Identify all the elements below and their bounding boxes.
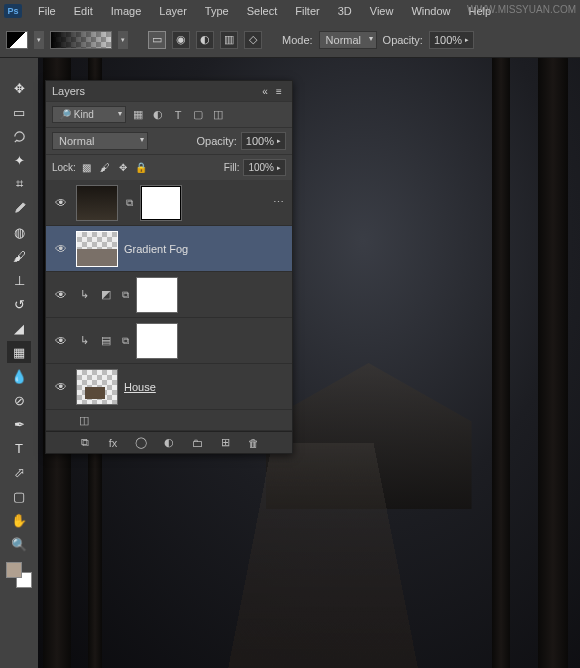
gradient-dropdown-icon[interactable]: ▾ bbox=[118, 31, 128, 49]
brush-tool[interactable]: 🖌 bbox=[7, 245, 31, 267]
reflected-gradient-icon[interactable]: ▥ bbox=[220, 31, 238, 49]
path-select-tool[interactable]: ⬀ bbox=[7, 461, 31, 483]
new-adjustment-icon[interactable]: ◐ bbox=[161, 436, 177, 449]
layer-thumbnail[interactable] bbox=[76, 185, 118, 221]
hand-tool[interactable]: ✋ bbox=[7, 509, 31, 531]
filter-shape-icon[interactable]: ▢ bbox=[190, 107, 206, 123]
lock-pixels-icon[interactable]: 🖌 bbox=[98, 161, 112, 175]
layer-name[interactable]: House bbox=[124, 381, 286, 393]
pen-tool[interactable]: ✒ bbox=[7, 413, 31, 435]
add-mask-icon[interactable]: ◯ bbox=[133, 436, 149, 449]
zoom-tool[interactable]: 🔍 bbox=[7, 533, 31, 555]
linear-gradient-icon[interactable]: ▭ bbox=[148, 31, 166, 49]
menu-filter[interactable]: Filter bbox=[287, 2, 327, 20]
layer-mask-thumbnail[interactable] bbox=[140, 185, 182, 221]
menu-3d[interactable]: 3D bbox=[330, 2, 360, 20]
mask-link-icon[interactable]: ⧉ bbox=[124, 197, 134, 209]
filter-kind-select[interactable]: 🔎 Kind bbox=[52, 106, 126, 123]
adjustment-icon[interactable]: ◩ bbox=[98, 287, 114, 303]
menu-type[interactable]: Type bbox=[197, 2, 237, 20]
layers-panel-title: Layers bbox=[52, 85, 85, 97]
layer-row[interactable]: 👁 ↳ ▤ ⧉ bbox=[46, 318, 292, 364]
move-tool[interactable]: ✥ bbox=[7, 77, 31, 99]
lock-position-icon[interactable]: ✥ bbox=[116, 161, 130, 175]
menu-image[interactable]: Image bbox=[103, 2, 150, 20]
mask-link-icon[interactable]: ⧉ bbox=[120, 335, 130, 347]
eyedropper-tool[interactable] bbox=[7, 197, 31, 219]
magic-wand-tool[interactable]: ✦ bbox=[7, 149, 31, 171]
diamond-gradient-icon[interactable]: ◇ bbox=[244, 31, 262, 49]
opacity-label: Opacity: bbox=[383, 34, 423, 46]
shape-tool[interactable]: ▢ bbox=[7, 485, 31, 507]
menu-view[interactable]: View bbox=[362, 2, 402, 20]
menu-window[interactable]: Window bbox=[403, 2, 458, 20]
eraser-tool[interactable]: ◢ bbox=[7, 317, 31, 339]
layer-row[interactable]: 👁 Gradient Fog bbox=[46, 226, 292, 272]
layer-row[interactable]: 👁 House bbox=[46, 364, 292, 410]
blend-row: Normal Opacity: 100% bbox=[46, 127, 292, 154]
layer-mask-thumbnail[interactable] bbox=[136, 323, 178, 359]
swatch-dropdown-icon[interactable]: ▾ bbox=[34, 31, 44, 49]
fill-label: Fill: bbox=[224, 162, 240, 173]
options-bar: ▾ ▾ ▭ ◉ ◐ ▥ ◇ Mode: Normal Opacity: 100% bbox=[0, 22, 580, 58]
menu-file[interactable]: File bbox=[30, 2, 64, 20]
gradient-preview[interactable] bbox=[50, 31, 112, 49]
marquee-tool[interactable]: ▭ bbox=[7, 101, 31, 123]
gradient-swatch[interactable] bbox=[6, 31, 28, 49]
delete-layer-icon[interactable]: 🗑 bbox=[245, 437, 261, 449]
gradient-tool[interactable]: ▦ bbox=[7, 341, 31, 363]
app-logo: Ps bbox=[4, 4, 22, 18]
layer-filter-row: 🔎 Kind ▦ ◐ T ▢ ◫ bbox=[46, 101, 292, 127]
fill-input[interactable]: 100% bbox=[243, 159, 286, 176]
blur-tool[interactable]: 💧 bbox=[7, 365, 31, 387]
filter-smart-icon[interactable]: ◫ bbox=[210, 107, 226, 123]
new-layer-icon[interactable]: ⊞ bbox=[217, 436, 233, 449]
layer-row[interactable]: 👁 ⧉ ⋯ bbox=[46, 180, 292, 226]
layer-thumbnail[interactable] bbox=[76, 369, 118, 405]
panel-menu-icon[interactable]: ≡ bbox=[272, 86, 286, 97]
dodge-tool[interactable]: ⊘ bbox=[7, 389, 31, 411]
layer-name[interactable]: Gradient Fog bbox=[124, 243, 286, 255]
type-tool[interactable]: T bbox=[7, 437, 31, 459]
lock-transparency-icon[interactable]: ▩ bbox=[80, 161, 94, 175]
menu-select[interactable]: Select bbox=[239, 2, 286, 20]
blend-mode-select[interactable]: Normal bbox=[52, 132, 148, 150]
layer-effects-icon[interactable]: ⋯ bbox=[270, 195, 286, 211]
new-group-icon[interactable]: 🗀 bbox=[189, 437, 205, 449]
foreground-background-colors[interactable] bbox=[6, 562, 32, 588]
angle-gradient-icon[interactable]: ◐ bbox=[196, 31, 214, 49]
lock-row: Lock: ▩ 🖌 ✥ 🔒 Fill: 100% bbox=[46, 154, 292, 180]
panel-opacity-input[interactable]: 100% bbox=[241, 132, 286, 150]
layers-panel: Layers « ≡ 🔎 Kind ▦ ◐ T ▢ ◫ Normal Opaci… bbox=[45, 80, 293, 454]
menu-edit[interactable]: Edit bbox=[66, 2, 101, 20]
adjustment-icon[interactable]: ▤ bbox=[98, 333, 114, 349]
lock-all-icon[interactable]: 🔒 bbox=[134, 161, 148, 175]
opacity-input[interactable]: 100% bbox=[429, 31, 474, 49]
filter-adjustment-icon[interactable]: ◐ bbox=[150, 107, 166, 123]
layers-panel-header[interactable]: Layers « ≡ bbox=[46, 81, 292, 101]
layer-thumbnail[interactable] bbox=[76, 231, 118, 267]
visibility-toggle[interactable]: 👁 bbox=[52, 242, 70, 256]
panel-collapse-icon[interactable]: « bbox=[258, 86, 272, 97]
visibility-toggle[interactable]: 👁 bbox=[52, 288, 70, 302]
visibility-toggle[interactable]: 👁 bbox=[52, 380, 70, 394]
visibility-toggle[interactable]: 👁 bbox=[52, 334, 70, 348]
lasso-tool[interactable] bbox=[7, 125, 31, 147]
layer-row-smartfilters[interactable]: ◫ bbox=[46, 410, 292, 431]
layer-fx-icon[interactable]: fx bbox=[105, 437, 121, 449]
filter-pixel-icon[interactable]: ▦ bbox=[130, 107, 146, 123]
layer-mask-thumbnail[interactable] bbox=[136, 277, 178, 313]
visibility-toggle[interactable]: 👁 bbox=[52, 196, 70, 210]
layer-row[interactable]: 👁 ↳ ◩ ⧉ bbox=[46, 272, 292, 318]
foreground-color-swatch[interactable] bbox=[6, 562, 22, 578]
healing-tool[interactable]: ◍ bbox=[7, 221, 31, 243]
mask-link-icon[interactable]: ⧉ bbox=[120, 289, 130, 301]
filter-type-icon[interactable]: T bbox=[170, 107, 186, 123]
radial-gradient-icon[interactable]: ◉ bbox=[172, 31, 190, 49]
mode-select[interactable]: Normal bbox=[319, 31, 377, 49]
clone-stamp-tool[interactable]: ⊥ bbox=[7, 269, 31, 291]
crop-tool[interactable]: ⌗ bbox=[7, 173, 31, 195]
link-layers-icon[interactable]: ⧉ bbox=[77, 436, 93, 449]
history-brush-tool[interactable]: ↺ bbox=[7, 293, 31, 315]
menu-layer[interactable]: Layer bbox=[151, 2, 195, 20]
